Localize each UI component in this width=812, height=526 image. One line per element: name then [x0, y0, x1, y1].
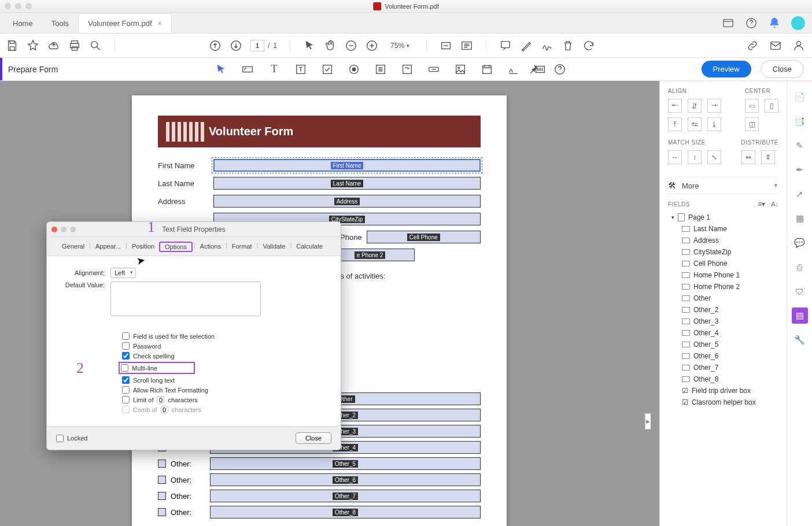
- check-rich-text[interactable]: [122, 386, 130, 394]
- field-address[interactable]: Address: [213, 195, 481, 208]
- close-button[interactable]: Close: [761, 60, 804, 78]
- zoom-in-icon[interactable]: [366, 39, 378, 52]
- window-min-dot[interactable]: [15, 3, 21, 9]
- align-center-h-icon[interactable]: ⭿: [688, 99, 702, 113]
- pf-text-icon[interactable]: T: [267, 62, 281, 76]
- highlight-icon[interactable]: [520, 39, 533, 52]
- field-item-other[interactable]: Other: [668, 292, 778, 304]
- tab-tools[interactable]: Tools: [42, 14, 78, 33]
- pf-list-icon[interactable]: [374, 62, 387, 76]
- pf-text-field-icon[interactable]: [241, 62, 254, 76]
- field-item-other_6[interactable]: Other_6: [668, 350, 778, 362]
- field-item-home-phone-2[interactable]: Home Phone 2: [668, 281, 778, 292]
- mail-icon[interactable]: [769, 39, 782, 52]
- field-item-address[interactable]: Address: [668, 235, 778, 246]
- rail-create-icon[interactable]: 📄: [792, 89, 808, 105]
- pf-image-icon[interactable]: [453, 62, 467, 76]
- print-icon[interactable]: [68, 39, 81, 52]
- pf-date-icon[interactable]: [480, 62, 494, 76]
- star-icon[interactable]: [27, 39, 39, 52]
- rail-prepare-form-icon[interactable]: ▤: [792, 308, 808, 324]
- align-top-icon[interactable]: ⭱: [668, 117, 682, 131]
- fields-page-1[interactable]: ▾ Page 1: [668, 212, 778, 223]
- pf-checkbox-icon[interactable]: [320, 62, 334, 76]
- page-down-icon[interactable]: [230, 39, 242, 52]
- align-left-icon[interactable]: ⭰: [668, 99, 682, 113]
- rail-export-icon[interactable]: ↗: [792, 186, 808, 202]
- rail-protect-icon[interactable]: 🛡: [792, 283, 808, 299]
- match-both-icon[interactable]: ⤡: [707, 150, 721, 164]
- help-icon[interactable]: [745, 17, 758, 29]
- checkbox-other-6[interactable]: [158, 476, 166, 484]
- rail-sign-icon[interactable]: ✒: [792, 162, 808, 178]
- field-item-other_3[interactable]: Other_3: [668, 316, 778, 327]
- dialog-tab-general[interactable]: General: [58, 242, 88, 252]
- check-spelling[interactable]: [122, 352, 130, 360]
- dist-h-icon[interactable]: ⇔: [741, 150, 755, 164]
- delete-icon[interactable]: [562, 39, 574, 52]
- field-other-5[interactable]: Other_5: [210, 457, 481, 470]
- field-item-other_4[interactable]: Other_4: [668, 327, 778, 339]
- align-right-icon[interactable]: ⭲: [707, 99, 721, 113]
- dist-v-icon[interactable]: ⇕: [761, 150, 775, 164]
- window-close-dot[interactable]: [5, 3, 11, 9]
- zoom-out-icon[interactable]: [345, 39, 357, 52]
- fit-width-icon[interactable]: [440, 39, 452, 52]
- alignment-select[interactable]: Left: [110, 268, 136, 278]
- cloud-icon[interactable]: [47, 39, 60, 52]
- dialog-tab-actions[interactable]: Actions: [197, 242, 224, 252]
- match-h-icon[interactable]: ↕: [688, 150, 702, 164]
- field-item-other_7[interactable]: Other_7: [668, 362, 778, 373]
- dialog-tab-format[interactable]: Format: [228, 242, 256, 252]
- dialog-tab-appear[interactable]: Appear...: [92, 242, 124, 252]
- search-icon[interactable]: [89, 39, 102, 52]
- field-item-other_5[interactable]: Other_5: [668, 339, 778, 350]
- field-other-7[interactable]: Other_7: [210, 490, 481, 502]
- checkbox-other-5[interactable]: [158, 460, 166, 468]
- tab-document[interactable]: Volunteer Form.pdf ×: [78, 13, 172, 33]
- dialog-tab-options[interactable]: Options: [159, 242, 193, 252]
- field-item-clasroom-helper-box[interactable]: ☑Clasroom helper box: [668, 397, 778, 408]
- tab-home[interactable]: Home: [3, 14, 42, 33]
- page-up-icon[interactable]: [209, 39, 222, 52]
- check-limit-of[interactable]: [122, 396, 130, 403]
- pf-button-icon[interactable]: [427, 62, 441, 76]
- window-max-dot[interactable]: [25, 3, 32, 9]
- user-icon[interactable]: [792, 39, 805, 52]
- field-item-home-phone-1[interactable]: Home Phone 1: [668, 269, 778, 281]
- save-icon[interactable]: [6, 39, 19, 52]
- page-input[interactable]: [250, 40, 264, 51]
- field-cell-phone[interactable]: Cell Phone: [367, 231, 481, 243]
- pf-help-icon[interactable]: [553, 62, 567, 76]
- field-item-other_8[interactable]: Other_8: [668, 373, 778, 385]
- checkbox-other-7[interactable]: [158, 492, 166, 500]
- dialog-min-dot[interactable]: [61, 227, 67, 232]
- field-item-cell-phone[interactable]: Cell Phone: [668, 258, 778, 269]
- sign-icon[interactable]: [541, 39, 553, 52]
- tab-close-icon[interactable]: ×: [158, 19, 163, 28]
- select-icon[interactable]: [303, 39, 316, 52]
- field-last-name[interactable]: Last Name: [213, 177, 481, 190]
- user-avatar[interactable]: [791, 16, 805, 30]
- dialog-max-dot[interactable]: [70, 227, 76, 232]
- field-other-8[interactable]: Other_8: [210, 506, 481, 518]
- zoom-select[interactable]: 75% ▾: [386, 40, 414, 51]
- link-icon[interactable]: [746, 39, 759, 52]
- check-file-selection[interactable]: [122, 332, 130, 340]
- view-icon[interactable]: [722, 17, 735, 29]
- pf-text-tool-icon[interactable]: [294, 62, 308, 76]
- field-item-citystatezip[interactable]: CityStateZip: [668, 246, 778, 258]
- limit-input[interactable]: [157, 396, 164, 403]
- center-both-icon[interactable]: ◫: [745, 117, 759, 131]
- dialog-tab-position[interactable]: Position: [128, 242, 158, 252]
- rotate-icon[interactable]: [582, 39, 595, 52]
- bell-icon[interactable]: [768, 17, 781, 29]
- rail-edit-icon[interactable]: ✎: [792, 138, 808, 154]
- dialog-close-dot[interactable]: [51, 227, 57, 232]
- comment-icon[interactable]: [499, 39, 512, 52]
- pf-select-icon[interactable]: [214, 62, 228, 76]
- field-item-last-name[interactable]: Last Name: [668, 223, 778, 235]
- dialog-tab-calculate[interactable]: Calculate: [293, 242, 326, 252]
- field-item-field-trip-driver-box[interactable]: ☑Field trip driver box: [668, 385, 778, 397]
- rail-comment-icon[interactable]: 💬: [792, 235, 808, 251]
